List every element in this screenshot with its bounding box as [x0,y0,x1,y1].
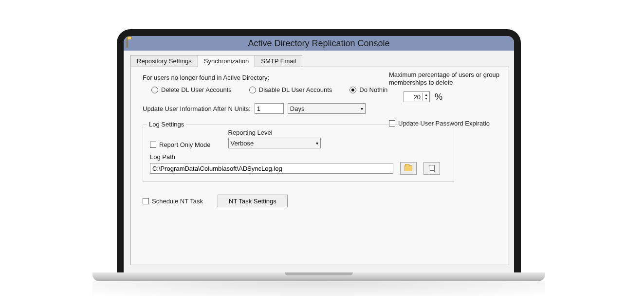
radio-disable-accounts[interactable]: Disable DL User Accounts [249,86,332,93]
report-only-checkbox[interactable]: Report Only Mode [150,141,211,148]
window-titlebar: Active Directory Replication Console [124,36,514,51]
laptop-shadow [92,281,545,296]
radio-do-nothing[interactable]: Do Nothin [350,86,387,93]
radio-icon [151,87,158,93]
radio-icon [350,87,356,93]
chevron-down-icon: ▾ [316,141,318,146]
log-path-label: Log Path [150,153,448,161]
radio-icon [249,87,256,93]
select-value: Days [290,105,305,112]
view-log-button[interactable] [423,162,440,175]
bottom-button-bar: Help Synchronize Now [124,268,514,272]
spinner-up-icon[interactable]: ▲ [423,93,429,97]
checkbox-icon [150,142,156,148]
app-body: Repository Settings Synchronization SMTP… [124,51,514,272]
percent-suffix: % [435,92,442,102]
laptop-frame: Active Directory Replication Console Rep… [117,29,521,272]
nt-task-settings-button[interactable]: NT Task Settings [218,195,288,207]
browse-log-path-button[interactable] [400,162,417,175]
update-after-label: Update User Information After N Units: [143,105,251,112]
chevron-down-icon: ▾ [361,106,363,111]
spinner-down-icon[interactable]: ▼ [423,97,429,101]
tab-repository-settings[interactable]: Repository Settings [130,55,198,67]
select-value: Verbose [231,140,254,147]
laptop-base [92,272,545,281]
update-after-value[interactable] [255,103,284,114]
max-pct-label: Maximum percentage of users or group mem… [389,71,514,87]
log-settings-legend: Log Settings [147,121,186,128]
max-pct-spinner[interactable]: ▲ ▼ [404,91,430,102]
tab-synchronization[interactable]: Synchronization [198,55,256,67]
checkbox-label: Report Only Mode [159,141,211,148]
checkbox-icon [143,198,149,204]
update-after-unit-select[interactable]: Days ▾ [288,103,366,114]
log-settings-fieldset: Log Settings Report Only Mode Reporting … [143,125,454,182]
radio-label: Delete DL User Accounts [161,86,232,93]
reporting-level-label: Reporting Level [228,129,321,136]
radio-label: Disable DL User Accounts [259,86,332,93]
synchronization-panel: For users no longer found in Active Dire… [130,67,509,265]
max-pct-value[interactable] [404,93,423,101]
folder-icon [405,165,412,171]
checkbox-label: Schedule NT Task [152,198,203,205]
page-icon [429,165,435,172]
window-title: Active Directory Replication Console [124,38,514,49]
log-path-input[interactable] [150,163,393,174]
tab-strip: Repository Settings Synchronization SMTP… [124,51,514,67]
reporting-level-select[interactable]: Verbose ▾ [228,138,321,148]
right-column: Maximum percentage of users or group mem… [389,71,514,127]
schedule-nt-task-checkbox[interactable]: Schedule NT Task [143,198,203,205]
radio-label: Do Nothin [359,86,387,93]
tab-smtp-email[interactable]: SMTP Email [255,55,302,67]
radio-delete-accounts[interactable]: Delete DL User Accounts [151,86,232,93]
